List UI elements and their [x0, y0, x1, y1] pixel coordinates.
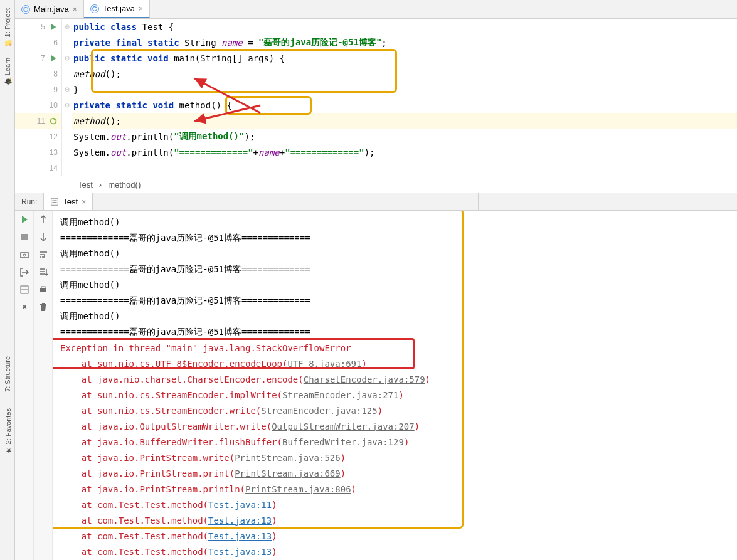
stacktrace-link[interactable]: Test.java:13	[208, 531, 272, 541]
rerun-icon[interactable]	[19, 214, 29, 225]
wrap-icon[interactable]	[38, 250, 48, 260]
bottom-left-sidebar: 7: Structure ★ 2: Favorites	[0, 351, 15, 558]
breadcrumb-class[interactable]: Test	[78, 180, 93, 189]
run-tab-test[interactable]: Test ×	[44, 193, 93, 210]
console-line: Exception in thread "main" java.lang.Sta…	[60, 340, 737, 356]
editor-tabs: C Main.java × C Test.java ×	[15, 0, 737, 19]
stacktrace-link[interactable]: StreamEncoder.java:125	[261, 406, 377, 416]
stacktrace-link[interactable]: UTF_8.java:691	[287, 359, 361, 369]
tab-test-java[interactable]: C Test.java ×	[84, 0, 150, 18]
sidebar-item-favorites[interactable]: ★ 2: Favorites	[4, 408, 12, 455]
breadcrumb[interactable]: Test › method()	[15, 176, 737, 193]
stacktrace-link[interactable]: BufferedWriter.java:129	[282, 437, 404, 447]
tab-main-java[interactable]: C Main.java ×	[15, 0, 84, 18]
close-icon[interactable]: ×	[73, 5, 77, 14]
console-line: at java.io.BufferedWriter.flushBuffer(Bu…	[60, 434, 737, 450]
console-line: at com.Test.Test.method(Test.java:13)	[60, 528, 737, 544]
trash-icon[interactable]	[38, 302, 48, 312]
learn-icon: 🎓	[3, 78, 11, 87]
svg-rect-7	[21, 253, 28, 258]
java-class-icon: C	[21, 5, 30, 14]
sidebar-item-learn[interactable]: 🎓 Learn	[3, 58, 11, 86]
up-arrow-icon[interactable]	[38, 214, 48, 225]
fold-bar: ⊖ ⊖ ⊖ ⊖	[62, 19, 72, 176]
console-line: at com.Test.Test.method(Test.java:11)	[60, 497, 737, 512]
down-arrow-icon[interactable]	[38, 232, 48, 242]
console-output[interactable]: 调用method()=============磊哥的java历险记-@51博客=…	[53, 211, 737, 560]
console-line: 调用method()	[60, 309, 737, 324]
svg-rect-12	[41, 287, 45, 288]
console-line: at java.io.PrintStream.write(PrintStream…	[60, 450, 737, 465]
close-icon[interactable]: ×	[139, 4, 143, 13]
console-line: at java.nio.charset.CharsetEncoder.encod…	[60, 371, 737, 387]
pin-icon[interactable]	[19, 302, 29, 312]
svg-rect-4	[53, 200, 57, 201]
stacktrace-link[interactable]: PrintStream.java:526	[235, 453, 341, 463]
stacktrace-link[interactable]: Test.java:13	[208, 547, 272, 557]
stacktrace-link[interactable]: Test.java:11	[208, 500, 272, 510]
java-class-icon: C	[90, 4, 99, 13]
console-line: =============磊哥的java历险记-@51博客===========…	[60, 262, 737, 277]
gutter: 5 6 7 8 9 10 11 12 13 14	[15, 19, 62, 176]
console-line: at java.io.OutputStreamWriter.write(Outp…	[60, 418, 737, 434]
sidebar-item-structure[interactable]: 7: Structure	[4, 356, 11, 392]
svg-rect-5	[53, 202, 57, 203]
console-line: =============磊哥的java历险记-@51博客===========…	[60, 293, 737, 309]
recursive-call-icon	[49, 117, 58, 125]
stop-icon[interactable]	[19, 232, 29, 242]
console-line: =============磊哥的java历险记-@51博客===========…	[60, 230, 737, 246]
stacktrace-link[interactable]: PrintStream.java:806	[245, 484, 351, 494]
scroll-icon[interactable]	[38, 267, 48, 277]
run-gutter-icon[interactable]	[49, 23, 58, 31]
svg-rect-11	[40, 288, 46, 292]
stacktrace-link[interactable]: PrintStream.java:669	[235, 468, 341, 478]
code-editor[interactable]: 5 6 7 8 9 10 11 12 13 14 ⊖ ⊖ ⊖ ⊖	[15, 19, 737, 176]
print-icon[interactable]	[38, 285, 48, 295]
console-line: =============磊哥的java历险记-@51博客===========…	[60, 324, 737, 340]
stacktrace-link[interactable]: CharsetEncoder.java:579	[304, 374, 425, 384]
console-line: 调用method()	[60, 246, 737, 262]
console-line: at com.Test.Test.method(Test.java:13)	[60, 544, 737, 559]
run-label: Run:	[15, 193, 44, 210]
breadcrumb-method[interactable]: method()	[108, 180, 141, 189]
stacktrace-link[interactable]: Test.java:13	[208, 515, 272, 526]
stacktrace-link[interactable]: OutputStreamWriter.java:207	[272, 421, 415, 431]
code-area[interactable]: public class Test { private final static…	[72, 19, 737, 176]
run-config-icon	[50, 198, 59, 206]
console-line: 调用method()	[60, 214, 737, 230]
run-panel-header: Run: Test ×	[15, 193, 737, 211]
console-line: at sun.nio.cs.StreamEncoder.write(Stream…	[60, 403, 737, 418]
stacktrace-link[interactable]: StreamEncoder.java:271	[282, 390, 398, 400]
camera-icon[interactable]	[19, 250, 29, 260]
chevron-right-icon: ›	[99, 180, 102, 189]
star-icon: ★	[4, 446, 12, 455]
close-icon[interactable]: ×	[82, 198, 86, 206]
console-line: 调用method()	[60, 277, 737, 293]
layout-icon[interactable]	[19, 285, 29, 295]
svg-point-8	[23, 254, 26, 256]
console-line: at sun.nio.cs.StreamEncoder.implWrite(St…	[60, 387, 737, 403]
folder-icon: 📁	[3, 40, 11, 48]
svg-rect-6	[21, 234, 28, 240]
console-line: at sun.nio.cs.UTF_8$Encoder.encodeLoop(U…	[60, 356, 737, 371]
sidebar-item-project[interactable]: 📁 1: Project	[3, 8, 11, 48]
console-line: at java.io.PrintStream.println(PrintStre…	[60, 481, 737, 497]
console-line: at com.Test.Test.method(Test.java:13)	[60, 512, 737, 528]
run-toolbar-right	[34, 211, 53, 560]
run-toolbar-left	[15, 211, 34, 560]
console-line: at java.io.PrintStream.print(PrintStream…	[60, 465, 737, 481]
svg-point-0	[51, 118, 56, 124]
run-gutter-icon[interactable]	[49, 54, 58, 63]
exit-icon[interactable]	[19, 267, 29, 277]
